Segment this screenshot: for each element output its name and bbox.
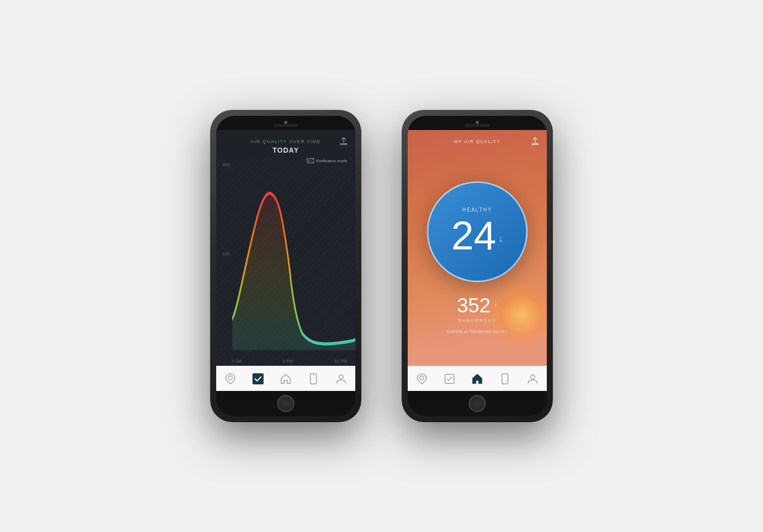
screen-2-title: MY AIR QUALITY [454, 139, 500, 144]
indoor-number: 24 [452, 216, 496, 256]
phone-1: AIR QUALITY OVER TIME TODAY 300 150 [210, 110, 361, 422]
screen-2: MY AIR QUALITY HEALTHY 24 ↓ [408, 130, 547, 391]
home-icon-2 [472, 373, 483, 384]
indoor-reading-circle: HEALTHY 24 ↓ [427, 181, 528, 282]
device-icon-1 [309, 373, 317, 384]
nav-home-2[interactable] [466, 368, 488, 390]
nav-location-1[interactable] [219, 368, 241, 390]
indoor-trend-arrow: ↓ [498, 233, 503, 243]
share-icon-1[interactable] [340, 137, 347, 147]
nav-chart-2[interactable] [438, 368, 461, 390]
home-button-1[interactable] [277, 395, 294, 412]
profile-icon-1 [336, 373, 347, 384]
bottom-nav-1 [216, 366, 355, 391]
chart-nav-active-box [252, 373, 264, 384]
phone-2: MY AIR QUALITY HEALTHY 24 ↓ [402, 110, 553, 422]
device-icon-2 [501, 373, 509, 384]
x-axis-labels: 7 AM 2 PM 10 PM [231, 359, 347, 364]
screen-1: AIR QUALITY OVER TIME TODAY 300 150 [216, 130, 355, 391]
screen-1-subtitle: TODAY [224, 146, 347, 154]
share-icon-2[interactable] [532, 137, 539, 147]
svg-rect-7 [502, 374, 508, 384]
nav-home-1[interactable] [275, 368, 297, 390]
x-label-10pm: 10 PM [334, 359, 347, 364]
speaker-grill-2 [465, 124, 490, 127]
svg-point-4 [339, 375, 343, 379]
profile-icon-2 [527, 373, 538, 384]
location-icon-2 [416, 373, 427, 384]
nav-chart-1[interactable] [247, 368, 269, 390]
bottom-nav-2 [408, 366, 547, 391]
indoor-number-display: 24 ↓ [452, 216, 503, 256]
checkmark-icon [255, 376, 262, 382]
screen-1-header: AIR QUALITY OVER TIME TODAY [216, 130, 355, 158]
nav-profile-1[interactable] [330, 368, 352, 390]
x-label-2pm: 2 PM [283, 359, 293, 364]
home-button-2[interactable] [469, 395, 486, 412]
nav-device-1[interactable] [302, 368, 325, 390]
screen-2-header: MY AIR QUALITY [408, 130, 547, 149]
phone-1-body: AIR QUALITY OVER TIME TODAY 300 150 [216, 116, 355, 416]
air-quality-chart [216, 158, 355, 366]
healthy-label: HEALTHY [462, 207, 492, 213]
chart-svg-container [216, 158, 355, 366]
phone-2-body: MY AIR QUALITY HEALTHY 24 ↓ [408, 116, 547, 416]
svg-point-8 [531, 375, 535, 379]
svg-point-5 [420, 376, 424, 380]
nav-device-2[interactable] [494, 368, 516, 390]
nav-location-2[interactable] [411, 368, 433, 390]
svg-point-1 [228, 376, 232, 380]
x-label-7am: 7 AM [231, 359, 242, 364]
speaker-grill [273, 124, 298, 127]
nav-profile-2[interactable] [522, 368, 544, 390]
checkmark-icon-2 [444, 373, 455, 384]
screen-1-title: AIR QUALITY OVER TIME [250, 139, 321, 144]
outdoor-number: 352 [457, 294, 491, 317]
location-icon [225, 373, 236, 384]
home-icon-1 [280, 373, 291, 384]
